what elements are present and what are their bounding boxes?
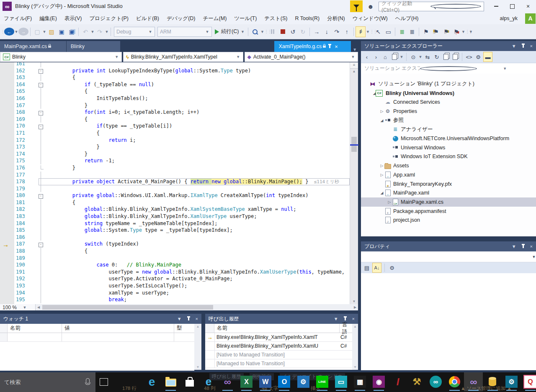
- scroll-right-icon[interactable]: ▶: [352, 305, 358, 309]
- outlook-icon[interactable]: O: [275, 372, 294, 391]
- outline-margin[interactable]: -: [39, 81, 48, 88]
- back-button[interactable]: ‹: [363, 52, 371, 61]
- outline-margin[interactable]: -: [39, 67, 48, 74]
- toolbar-grip[interactable]: ⋮⋮: [370, 29, 373, 34]
- save-all-button[interactable]: ▣: [67, 26, 77, 37]
- properties-object-dropdown[interactable]: ▼: [361, 251, 536, 262]
- step-out-button[interactable]: ↑: [342, 26, 352, 37]
- outline-margin[interactable]: [39, 227, 48, 234]
- tree-item-microsoft-netcore-universalwindowsplatform[interactable]: Microsoft.NETCore.UniversalWindowsPlatfo…: [361, 134, 536, 143]
- arduino-icon[interactable]: ∞: [426, 372, 445, 391]
- selection-button[interactable]: ↖: [373, 26, 383, 37]
- horizontal-scrollbar-thumb[interactable]: [42, 305, 213, 310]
- navigate-forward-button[interactable]: →: [18, 28, 28, 36]
- tree-item-package-appxmanifest[interactable]: ≡Package.appxmanifest: [361, 207, 536, 216]
- alphabetical-sort-icon[interactable]: A↓: [372, 263, 381, 273]
- find-in-files-button[interactable]: [250, 26, 260, 37]
- tree-item-mainpage-xaml-cs[interactable]: ▷C#MainPage.xaml.cs: [361, 197, 536, 207]
- window-menu-icon[interactable]: ▼: [512, 244, 516, 249]
- outline-margin[interactable]: [39, 178, 48, 185]
- pending-changes-filter-button[interactable]: ⊙: [409, 52, 417, 61]
- tree-item--[interactable]: ◢参照: [361, 116, 536, 125]
- document-tab-blinky[interactable]: Blinky: [67, 41, 121, 52]
- excel-icon[interactable]: X: [237, 372, 256, 391]
- tree-item-properties[interactable]: ▷⚙Properties: [361, 107, 536, 116]
- copy-button[interactable]: [442, 52, 450, 61]
- toggle-bookmark-button[interactable]: ⚑: [421, 26, 431, 37]
- bookmark-dropdown[interactable]: ▼: [461, 30, 465, 34]
- toolbar-options-dropdown[interactable]: ▼: [469, 30, 473, 34]
- word-icon[interactable]: W: [256, 372, 275, 391]
- outline-margin[interactable]: [39, 172, 48, 179]
- toolbar-grip[interactable]: ⋮⋮: [1, 29, 4, 34]
- build-tools-icon[interactable]: ⚒: [407, 372, 426, 391]
- collapsed-arrow-icon[interactable]: ▷: [379, 164, 384, 168]
- pin-icon[interactable]: [345, 318, 346, 320]
- increase-indent-button[interactable]: ≣: [407, 26, 417, 37]
- menu-item-9[interactable]: テスト(S): [260, 15, 291, 22]
- collapse-all-button[interactable]: ▬: [483, 52, 492, 62]
- outline-margin[interactable]: [39, 269, 48, 276]
- outline-margin[interactable]: [39, 290, 48, 297]
- tree-item-blinky-temporarykey-pfx[interactable]: ◉Blinky_TemporaryKey.pfx: [361, 179, 536, 189]
- call-stack-frame-4[interactable]: [Managed to Native Transition]: [205, 359, 352, 368]
- undo-button[interactable]: ↶: [80, 26, 90, 37]
- paste-button[interactable]: [451, 52, 459, 61]
- line-icon[interactable]: LINE: [313, 372, 332, 391]
- call-stack-frame-2[interactable]: Blinky.exe!Blinky.Blinky_XamlTypeInfo.Xa…: [205, 342, 352, 351]
- outline-margin[interactable]: [39, 234, 48, 241]
- outline-margin[interactable]: [39, 116, 48, 123]
- quick-launch-input[interactable]: クイック起動 (Ctrl+Q): [379, 2, 484, 11]
- refresh-app-button[interactable]: ↻: [298, 26, 308, 37]
- pin-icon[interactable]: [329, 45, 330, 48]
- menu-item-13[interactable]: ヘルプ(H): [392, 15, 423, 22]
- close-icon[interactable]: ×: [335, 44, 338, 50]
- outline-margin[interactable]: [39, 157, 48, 164]
- teal-app-icon[interactable]: ▭: [332, 372, 350, 391]
- switch-views-button[interactable]: [390, 52, 399, 61]
- outline-margin[interactable]: [39, 255, 48, 262]
- visual-studio-active-icon[interactable]: ∞: [464, 372, 483, 391]
- outline-margin[interactable]: [39, 220, 48, 227]
- sync-with-active-document-button[interactable]: ⇆: [423, 52, 432, 61]
- tree-item-app-xaml[interactable]: ▷‹›App.xaml: [361, 170, 536, 179]
- outline-margin[interactable]: -: [39, 109, 48, 116]
- tree-item-mainpage-xaml[interactable]: ◢‹›MainPage.xaml: [361, 188, 536, 197]
- window-menu-icon[interactable]: ▼: [334, 316, 338, 321]
- visual-studio-icon[interactable]: ∞: [218, 372, 237, 391]
- outline-margin[interactable]: -: [39, 123, 48, 130]
- watch-column-header-1[interactable]: 値: [62, 324, 174, 333]
- project-dropdown[interactable]: C# Blinky ▼: [0, 52, 122, 62]
- pin-icon[interactable]: [523, 45, 524, 48]
- callstack-column-header-1[interactable]: 言語: [340, 324, 352, 333]
- iot-dashboard-icon[interactable]: ⚙: [502, 372, 521, 391]
- diagnostic-tools-dropdown[interactable]: ▼: [366, 30, 370, 34]
- outline-margin[interactable]: [39, 185, 48, 192]
- call-stack-title-bar[interactable]: 呼び出し履歴 ▼×: [205, 314, 358, 324]
- outline-margin[interactable]: [39, 261, 48, 269]
- menu-item-1[interactable]: ファイル(F): [0, 15, 36, 22]
- solution-explorer-title-bar[interactable]: ソリューション エクスプローラー ▼×: [361, 41, 536, 51]
- zoom-control[interactable]: 100 % ▼: [0, 304, 36, 310]
- switch-views-dropdown[interactable]: ▼: [399, 55, 404, 59]
- menu-item-5[interactable]: ビルド(B): [132, 15, 163, 22]
- close-button[interactable]: ×: [520, 0, 536, 13]
- restart-button[interactable]: ↺: [288, 26, 298, 37]
- collapse-box-icon[interactable]: -: [39, 243, 43, 247]
- watch-scrollbar[interactable]: ▲▼: [194, 324, 201, 370]
- close-icon[interactable]: ×: [530, 44, 533, 49]
- type-dropdown[interactable]: ϟ Blinky.Blinky_XamlTypeInfo.XamlTypeI ▼: [123, 52, 243, 62]
- code-editor[interactable]: 161162- private int LookupTypeIndexByTyp…: [0, 62, 358, 304]
- minimize-button[interactable]: [488, 0, 504, 13]
- split-editor-handle[interactable]: ≡: [350, 62, 358, 69]
- continue-button[interactable]: 続行(C)▼: [213, 27, 246, 37]
- pin-icon[interactable]: [523, 245, 524, 248]
- collapse-box-icon[interactable]: -: [39, 69, 43, 74]
- outline-margin[interactable]: [39, 74, 48, 81]
- watch-empty-row[interactable]: [0, 333, 194, 342]
- tree-item-universal-windows[interactable]: Universal Windows: [361, 143, 536, 152]
- collapsed-arrow-icon[interactable]: ▷: [379, 109, 384, 113]
- outline-margin[interactable]: [39, 95, 48, 102]
- collapsed-arrow-icon[interactable]: ▷: [387, 200, 392, 204]
- filter-icon[interactable]: [350, 0, 363, 12]
